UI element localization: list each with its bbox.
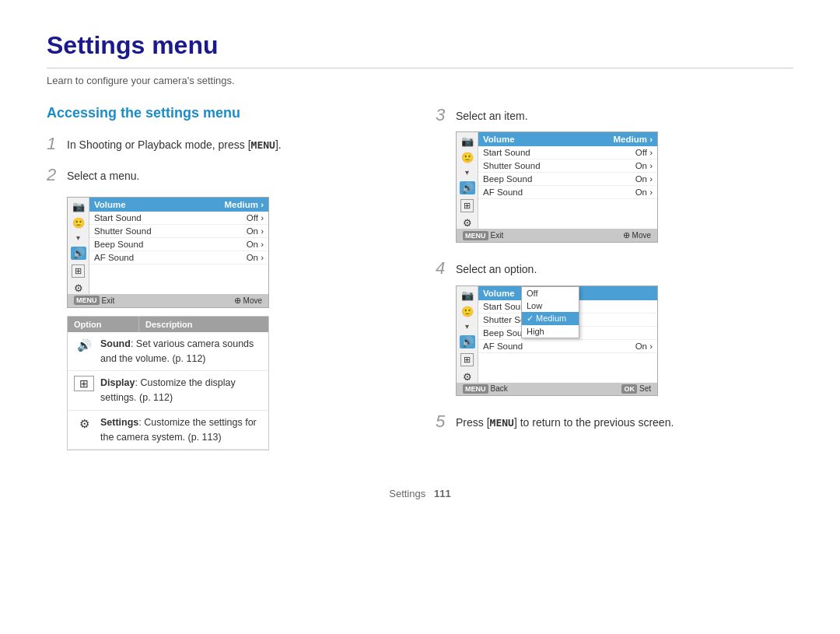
page-subtitle: Learn to configure your camera's setting… <box>47 75 793 86</box>
option-icon-display: ⊞ <box>74 376 94 391</box>
cam-footer-2: MENU Exit ⊕ Move <box>68 294 268 307</box>
option-row-display: ⊞ Display: Customize the display setting… <box>68 371 268 411</box>
set-label: Set <box>639 384 651 393</box>
menu-item-start-sound-value: Off › <box>247 213 264 222</box>
step-3: 3 Select an item. 📷 🙂 ▾ 🔊 ⊞ ⚙ <box>436 105 793 243</box>
nav-icon-2: ⊕ <box>234 296 241 306</box>
move-label-2: Move <box>243 296 262 305</box>
step-1: 1 In Shooting or Playback mode, press [M… <box>47 134 404 154</box>
menu-item-af-sound-value: On › <box>247 253 264 262</box>
option-label-settings: Settings <box>100 417 138 428</box>
cam3-icon-camera: 📷 <box>461 135 474 147</box>
option-row-settings: ⚙ Settings: Customize the settings for t… <box>68 411 268 450</box>
menu-item-volume-label: Volume <box>94 200 126 209</box>
footer-label: Settings <box>389 488 425 499</box>
menu-item-shutter-sound-value: On › <box>247 226 264 236</box>
cam4-icon-gear: ⚙ <box>463 371 472 383</box>
dropdown-medium: ✓ Medium <box>522 312 579 325</box>
cam-icon-camera: 📷 <box>72 201 85 212</box>
th-description: Description <box>139 317 268 332</box>
right-column: 3 Select an item. 📷 🙂 ▾ 🔊 ⊞ ⚙ <box>436 105 793 457</box>
dropdown-low: Low <box>522 299 579 312</box>
menu-item-af-sound: AF Sound <box>94 253 134 262</box>
s3-af-sound: AF Sound <box>483 187 523 197</box>
s3-volume-label: Volume <box>483 135 515 144</box>
option-icon-sound: 🔊 <box>74 337 94 352</box>
cam-icon-sound: 🔊 <box>71 247 86 260</box>
s4-af-sound: AF Sound <box>483 342 523 351</box>
s3-volume-value: Medium › <box>614 135 653 144</box>
option-icon-settings: ⚙ <box>74 415 94 431</box>
menu-item-start-sound: Start Sound <box>94 213 142 222</box>
menu-item-volume-value: Medium › <box>225 200 264 209</box>
option-row-sound: 🔊 Sound: Set various camera sounds and t… <box>68 332 268 372</box>
page-title: Settings menu <box>47 31 793 68</box>
cam3-icon-arrow-down: ▾ <box>465 168 469 177</box>
s3-beep-sound: Beep Sound <box>483 174 532 184</box>
menu-item-beep-sound: Beep Sound <box>94 240 143 249</box>
page-footer: Settings 111 <box>47 488 793 499</box>
cam4-icon-arrow-down: ▾ <box>465 322 469 331</box>
th-option: Option <box>68 317 139 332</box>
dropdown-off: Off <box>522 287 579 299</box>
cam4-icon-face: 🙂 <box>461 306 474 317</box>
cam-icon-gear: ⚙ <box>74 282 83 294</box>
camera-screen-2: 📷 🙂 ▾ 🔊 ⊞ ⚙ Volume Medium › <box>67 197 269 308</box>
menu-btn-2: MENU <box>74 296 100 305</box>
cam-icon-face: 🙂 <box>72 217 85 229</box>
nav-icon-3: ⊕ <box>623 230 630 240</box>
ok-btn-4: OK <box>621 384 637 394</box>
cam-icon-display: ⊞ <box>72 264 85 278</box>
cam4-icon-display: ⊞ <box>460 353 474 366</box>
s3-shutter-sound: Shutter Sound <box>483 161 541 170</box>
dropdown-high: High <box>522 325 579 338</box>
exit-label-2: Exit <box>102 296 115 305</box>
cam3-icon-sound: 🔊 <box>460 181 475 194</box>
camera-screen-3: 📷 🙂 ▾ 🔊 ⊞ ⚙ Volume Medium › <box>456 131 658 243</box>
left-column: Accessing the settings menu 1 In Shootin… <box>47 105 404 457</box>
menu-item-beep-sound-value: On › <box>247 240 264 249</box>
back-label: Back <box>491 384 508 393</box>
menu-btn-3: MENU <box>463 231 488 240</box>
step-4: 4 Select an option. 📷 🙂 ▾ 🔊 ⊞ ⚙ <box>436 258 793 395</box>
option-table: Option Description 🔊 Sound: Set various … <box>67 316 269 451</box>
cam3-icon-display: ⊞ <box>460 199 474 212</box>
option-label-sound: Sound <box>100 338 131 349</box>
cam-footer-3: MENU Exit ⊕ Move <box>457 229 657 242</box>
s4-volume-label: Volume <box>483 289 515 298</box>
s3-start-sound: Start Sound <box>483 148 530 157</box>
menu-key-1: MENU <box>251 139 275 151</box>
cam3-icon-face: 🙂 <box>461 152 474 163</box>
cam4-icon-sound: 🔊 <box>460 335 475 349</box>
menu-btn-4: MENU <box>463 384 488 394</box>
step-5: 5 Press [MENU] to return to the previous… <box>436 412 793 432</box>
section-heading: Accessing the settings menu <box>47 105 404 121</box>
menu-key-5: MENU <box>490 417 514 429</box>
cam-icon-arrow-down: ▾ <box>76 233 80 242</box>
step-2: 2 Select a menu. <box>47 165 404 185</box>
cam-footer-4: MENU Back OK Set <box>457 383 657 395</box>
option-table-header: Option Description <box>68 317 268 332</box>
option-label-display: Display <box>100 377 135 388</box>
footer-page: 111 <box>434 488 451 499</box>
cam3-icon-gear: ⚙ <box>463 217 472 229</box>
menu-item-shutter-sound: Shutter Sound <box>94 226 152 236</box>
camera-screen-4: 📷 🙂 ▾ 🔊 ⊞ ⚙ Volume <box>456 285 658 396</box>
cam4-icon-camera: 📷 <box>461 289 474 301</box>
